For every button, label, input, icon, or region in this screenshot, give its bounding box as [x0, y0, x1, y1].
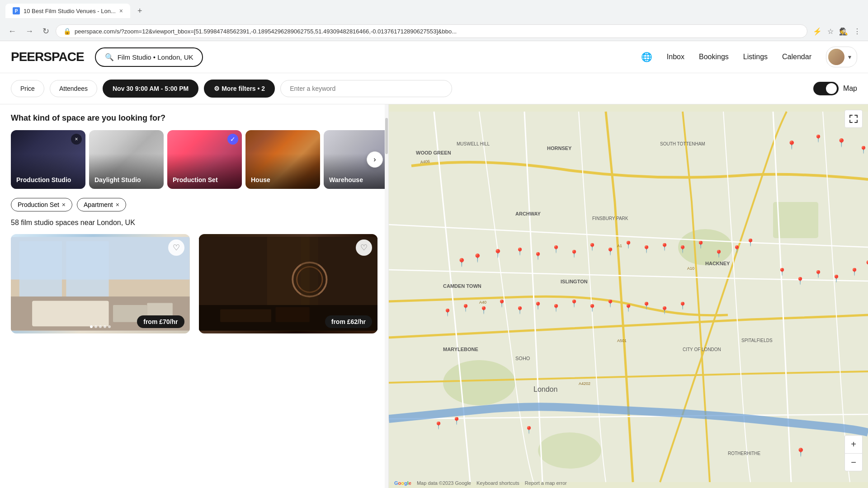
scroll-indicator — [385, 104, 388, 488]
price-badge: from £62/hr — [325, 315, 372, 328]
svg-text:📍: 📍 — [778, 267, 787, 276]
svg-rect-5 — [32, 301, 109, 327]
svg-text:SPITALFIELDS: SPITALFIELDS — [741, 338, 773, 343]
map-data-text: Map data ©2023 Google — [417, 480, 471, 486]
svg-text:📍: 📍 — [787, 140, 797, 150]
incognito-button[interactable]: 🕵 — [837, 25, 850, 38]
dot — [108, 325, 111, 328]
svg-rect-15 — [220, 310, 271, 322]
svg-text:HORNSEY: HORNSEY — [547, 145, 572, 151]
svg-text:📍: 📍 — [660, 243, 669, 251]
menu-button[interactable]: ⋮ — [852, 25, 863, 38]
svg-text:📍: 📍 — [552, 304, 561, 312]
map-expand-button[interactable] — [844, 110, 863, 128]
svg-text:A1: A1 — [617, 244, 622, 248]
address-bar[interactable]: 🔒 peerspace.com/s/?zoom=12&viewport_bbox… — [56, 24, 807, 38]
map-container[interactable]: WOOD GREEN MUSWELL HILL HORNSEY SOUTH TO… — [389, 104, 868, 488]
space-card-production-studio[interactable]: × Production Studio — [11, 130, 85, 189]
header-nav: 🌐 Inbox Bookings Listings Calendar ▾ — [641, 47, 857, 67]
space-card-production-set[interactable]: ✓ Production Set — [167, 130, 242, 189]
svg-text:ISLINGTON: ISLINGTON — [561, 279, 588, 284]
listing-card[interactable]: ♡ from £70/hr — [11, 234, 190, 333]
svg-text:MUSWELL HILL: MUSWELL HILL — [457, 141, 490, 146]
filter-tag-label: Production Set — [18, 201, 59, 208]
listings-link[interactable]: Listings — [743, 53, 768, 61]
app-container: PEERSPACE 🔍 Film Studio • London, UK 🌐 I… — [0, 41, 868, 488]
svg-text:London: London — [533, 385, 557, 393]
map-toggle-label: Map — [843, 84, 857, 93]
listing-card[interactable]: ♡ from £62/hr — [199, 234, 378, 333]
tab-close-button[interactable]: × — [119, 7, 123, 14]
svg-text:MARYLEBONE: MARYLEBONE — [443, 347, 478, 352]
svg-text:📍: 📍 — [836, 138, 847, 148]
svg-text:📍: 📍 — [515, 306, 524, 314]
remove-production-studio[interactable]: × — [71, 134, 82, 145]
filter-tag-production-set[interactable]: Production Set × — [11, 198, 72, 211]
svg-text:📍: 📍 — [443, 308, 452, 317]
back-button[interactable]: ← — [5, 25, 19, 38]
scroll-right-button[interactable]: › — [367, 151, 383, 168]
new-tab-button[interactable]: + — [134, 5, 146, 18]
svg-text:📍: 📍 — [850, 267, 859, 276]
svg-text:ARCHWAY: ARCHWAY — [515, 211, 541, 216]
report-map-error-link[interactable]: Report a map error — [525, 480, 567, 486]
keyboard-shortcuts-link[interactable]: Keyboard shortcuts — [476, 480, 519, 486]
svg-text:📍: 📍 — [515, 247, 524, 256]
browser-tab[interactable]: P 10 Best Film Studio Venues - Lon... × — [5, 4, 130, 18]
remove-filter-apartment[interactable]: × — [116, 201, 119, 208]
svg-text:📍: 📍 — [570, 299, 579, 308]
svg-text:ROTHERHITHE: ROTHERHITHE — [728, 451, 761, 456]
svg-text:📍: 📍 — [796, 277, 805, 285]
space-types-row: × Production Studio Daylight Studio ✓ Pr… — [11, 130, 377, 189]
svg-rect-16 — [275, 307, 309, 322]
svg-text:📍: 📍 — [452, 417, 461, 425]
extensions-button[interactable]: ⚡ — [811, 25, 824, 38]
svg-text:📍: 📍 — [606, 299, 615, 308]
calendar-link[interactable]: Calendar — [782, 53, 811, 61]
svg-text:WOOD GREEN: WOOD GREEN — [416, 150, 451, 155]
filter-icon: ⚙ — [214, 85, 220, 92]
svg-text:CITY OF LONDON: CITY OF LONDON — [683, 347, 721, 352]
filter-tag-apartment[interactable]: Apartment × — [77, 198, 126, 211]
refresh-button[interactable]: ↻ — [40, 24, 52, 38]
svg-text:📍: 📍 — [696, 240, 705, 249]
browser-chrome: P 10 Best Film Studio Venues - Lon... × … — [0, 0, 868, 41]
listing-image: ♡ from £62/hr — [199, 234, 378, 333]
filters-bar: Price Attendees Nov 30 9:00 AM - 5:00 PM… — [0, 73, 868, 104]
inbox-link[interactable]: Inbox — [667, 53, 684, 61]
svg-text:📍: 📍 — [606, 247, 615, 256]
favorite-button[interactable]: ♡ — [168, 239, 184, 256]
svg-text:📍: 📍 — [859, 145, 868, 154]
more-filters-button[interactable]: ⚙ More filters • 2 — [204, 80, 275, 98]
svg-text:📍: 📍 — [533, 252, 542, 260]
svg-text:📍: 📍 — [552, 245, 561, 253]
attendees-filter-button[interactable]: Attendees — [50, 80, 97, 97]
remove-filter-production-set[interactable]: × — [62, 201, 66, 208]
favorite-button[interactable]: ♡ — [356, 239, 372, 256]
map-toggle-switch[interactable] — [813, 82, 839, 95]
space-card-daylight-studio[interactable]: Daylight Studio — [89, 130, 164, 189]
bookings-link[interactable]: Bookings — [699, 53, 729, 61]
space-card-house[interactable]: House — [245, 130, 320, 189]
datetime-filter-button[interactable]: Nov 30 9:00 AM - 5:00 PM — [103, 80, 198, 98]
language-icon[interactable]: 🌐 — [641, 52, 652, 62]
map-toggle: Map — [813, 82, 857, 95]
keyword-input[interactable] — [280, 80, 452, 97]
bookmark-button[interactable]: ☆ — [826, 25, 835, 38]
search-bar[interactable]: 🔍 Film Studio • London, UK — [95, 47, 203, 67]
price-filter-button[interactable]: Price — [11, 80, 44, 97]
selected-checkmark: ✓ — [227, 134, 238, 145]
toggle-knob — [826, 83, 837, 94]
listings-grid: ♡ from £70/hr — [11, 234, 377, 333]
lock-icon: 🔒 — [63, 28, 71, 35]
active-filters: Production Set × Apartment × — [11, 198, 377, 211]
svg-text:📍: 📍 — [624, 304, 633, 312]
forward-button[interactable]: → — [23, 25, 36, 38]
svg-text:📍: 📍 — [588, 304, 597, 312]
address-text: peerspace.com/s/?zoom=12&viewport_bbox=[… — [75, 28, 800, 35]
svg-text:📍: 📍 — [832, 274, 841, 283]
peerspace-logo[interactable]: PEERSPACE — [11, 50, 84, 64]
user-menu[interactable]: ▾ — [826, 47, 857, 67]
zoom-in-button[interactable]: + — [844, 435, 863, 453]
zoom-out-button[interactable]: − — [844, 453, 863, 471]
